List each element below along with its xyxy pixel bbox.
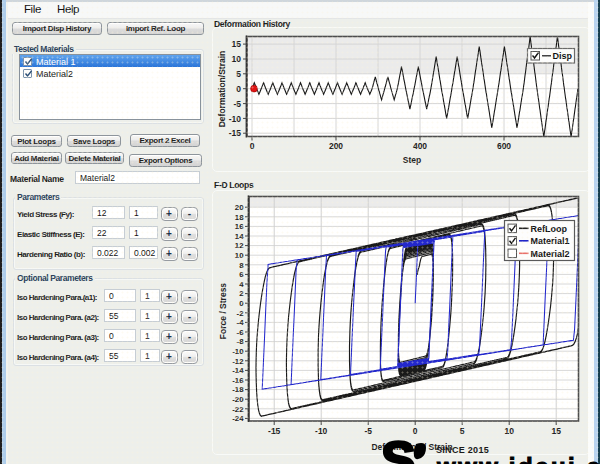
svg-text:www.jdcui.com: www.jdcui.com [436,453,600,464]
svg-text:S: S [381,431,416,464]
